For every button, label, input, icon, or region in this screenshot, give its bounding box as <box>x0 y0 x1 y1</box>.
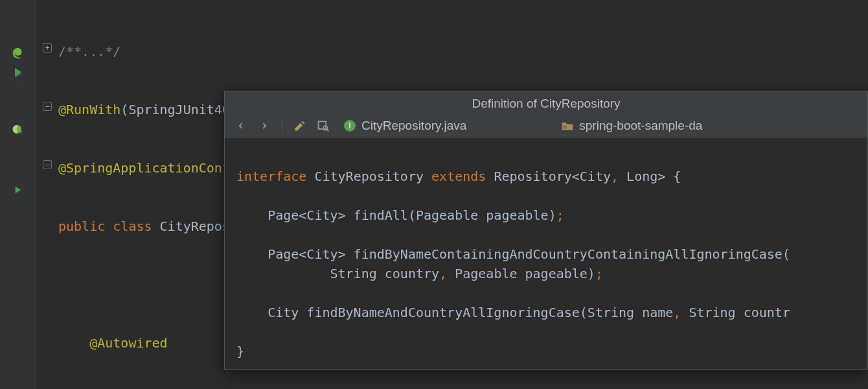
annotation-autowired: @Autowired <box>89 335 167 351</box>
nav-forward-button[interactable] <box>256 117 273 134</box>
fold-collapse-icon[interactable] <box>43 102 52 111</box>
interface-icon: I <box>343 119 356 132</box>
toolbar-separator <box>282 119 282 133</box>
definition-module[interactable]: spring-boot-sample-da <box>556 117 707 134</box>
definition-file[interactable]: I CityRepository.java <box>338 117 472 134</box>
run-test-class-icon[interactable] <box>11 65 25 79</box>
popup-title: Definition of CityRepository <box>225 91 867 115</box>
svg-rect-1 <box>319 121 326 129</box>
definition-module-name: spring-boot-sample-da <box>579 119 702 133</box>
popup-toolbar: I CityRepository.java spring-boot-sample… <box>225 115 867 138</box>
run-test-icon[interactable] <box>11 183 25 197</box>
show-source-button[interactable] <box>315 117 332 134</box>
spring-bean-icon[interactable] <box>11 47 25 61</box>
svg-rect-6 <box>564 125 567 129</box>
edit-source-button[interactable] <box>291 117 308 134</box>
fold-collapse-icon[interactable] <box>43 160 52 169</box>
gutter <box>0 0 36 389</box>
nav-back-button[interactable] <box>233 117 249 134</box>
autowired-gutter-icon[interactable] <box>11 123 25 137</box>
module-folder-icon <box>561 120 574 132</box>
folded-comment: /**...*/ <box>58 43 120 59</box>
definition-file-name: CityRepository.java <box>361 119 466 133</box>
annotation-runwith: @RunWith <box>58 102 120 117</box>
definition-code[interactable]: interface CityRepository extends Reposit… <box>225 138 867 370</box>
fold-expand-icon[interactable] <box>43 43 52 53</box>
quick-definition-popup[interactable]: Definition of CityRepository I CityRepos… <box>224 91 868 370</box>
svg-line-3 <box>327 130 329 132</box>
svg-text:I: I <box>348 121 350 130</box>
